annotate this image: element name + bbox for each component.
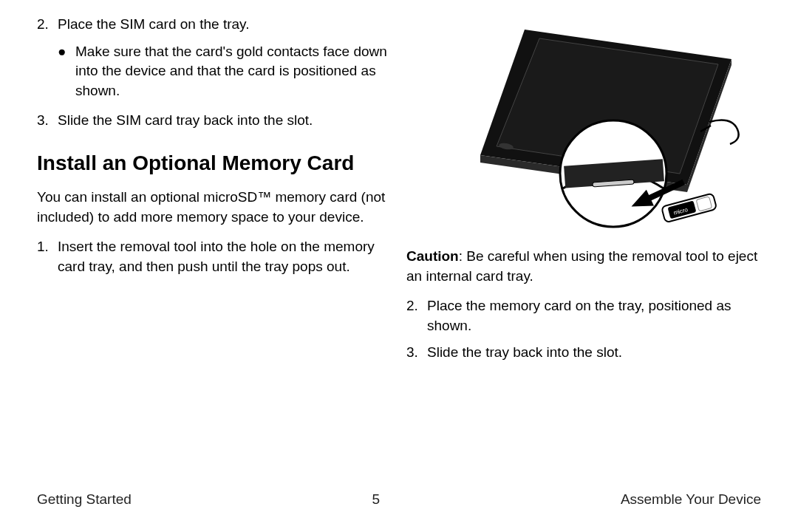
bullet-dot: ● bbox=[58, 42, 75, 101]
step-number: 2. bbox=[406, 296, 427, 335]
step-number: 3. bbox=[37, 111, 58, 131]
step-number: 1. bbox=[37, 237, 58, 276]
caution-text: : Be careful when using the removal tool… bbox=[406, 248, 757, 284]
caution-paragraph: Caution: Be careful when using the remov… bbox=[406, 247, 761, 286]
section-heading: Install an Optional Memory Card bbox=[37, 149, 392, 177]
document-page: 2. Place the SIM card on the tray. ● Mak… bbox=[0, 0, 798, 532]
memory-step-2: 2. Place the memory card on the tray, po… bbox=[406, 296, 761, 335]
step-text: Place the memory card on the tray, posit… bbox=[427, 296, 761, 335]
right-column: micro Caution: Be careful when using the… bbox=[406, 15, 761, 475]
sim-step-2-bullet: ● Make sure that the card's gold contact… bbox=[58, 42, 392, 101]
step-number: 2. bbox=[37, 15, 58, 35]
content-columns: 2. Place the SIM card on the tray. ● Mak… bbox=[37, 15, 761, 475]
intro-paragraph: You can install an optional microSD™ mem… bbox=[37, 188, 392, 227]
memory-step-1: 1. Insert the removal tool into the hole… bbox=[37, 237, 392, 276]
footer-page-number: 5 bbox=[372, 490, 381, 510]
left-column: 2. Place the SIM card on the tray. ● Mak… bbox=[37, 15, 392, 475]
step-text: Place the SIM card on the tray. bbox=[58, 15, 392, 35]
step-text: Slide the SIM card tray back into the sl… bbox=[58, 111, 392, 131]
bullet-text: Make sure that the card's gold contacts … bbox=[75, 42, 392, 101]
footer-right: Assemble Your Device bbox=[621, 490, 761, 510]
page-footer: Getting Started 5 Assemble Your Device bbox=[37, 475, 761, 510]
sim-step-3: 3. Slide the SIM card tray back into the… bbox=[37, 111, 392, 131]
step-text: Slide the tray back into the slot. bbox=[427, 343, 761, 363]
sim-step-2: 2. Place the SIM card on the tray. bbox=[37, 15, 392, 35]
tablet-tray-illustration: micro bbox=[406, 15, 761, 236]
caution-label: Caution bbox=[406, 248, 459, 264]
step-number: 3. bbox=[406, 343, 427, 363]
step-text: Insert the removal tool into the hole on… bbox=[58, 237, 392, 276]
footer-left: Getting Started bbox=[37, 490, 132, 510]
memory-step-3: 3. Slide the tray back into the slot. bbox=[406, 343, 761, 363]
illustration-svg: micro bbox=[406, 15, 761, 236]
